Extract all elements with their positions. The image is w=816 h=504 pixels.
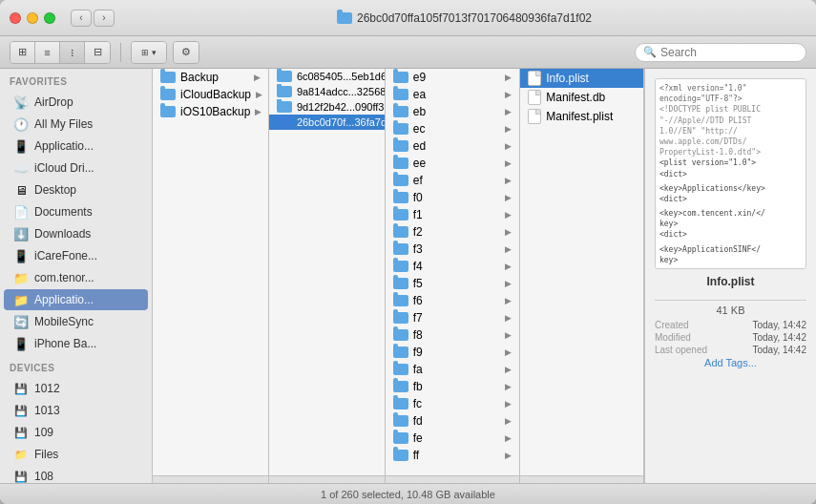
- list-item[interactable]: 9d12f2b42...090ff3136c ▶: [269, 99, 385, 115]
- list-item[interactable]: f0▶: [386, 189, 520, 206]
- sidebar-item-iphone-ba[interactable]: 📱 iPhone Ba...: [4, 333, 148, 354]
- list-item[interactable]: f3▶: [386, 241, 520, 258]
- item-label: fb: [413, 380, 423, 393]
- sidebar-item-dev-files[interactable]: 📁 Files: [4, 444, 148, 465]
- nav-buttons: ‹ ›: [71, 10, 115, 27]
- list-item[interactable]: 6c085405...5eb1d676c ▶: [269, 69, 385, 84]
- arrow-icon: ▶: [505, 262, 512, 271]
- sidebar-item-all-my-files[interactable]: 🕐 All My Files: [4, 114, 148, 135]
- arrow-icon: ▶: [505, 330, 512, 340]
- minimize-button[interactable]: [27, 12, 38, 24]
- add-tags-button[interactable]: Add Tags...: [704, 357, 757, 368]
- list-item[interactable]: f1▶: [386, 206, 520, 223]
- forward-button[interactable]: ›: [94, 10, 115, 27]
- sidebar-item-dev-109[interactable]: 💾 109: [4, 422, 148, 443]
- search-box[interactable]: 🔍: [635, 43, 806, 62]
- list-item[interactable]: ee▶: [386, 155, 520, 172]
- column-2-scrollbar[interactable]: [269, 475, 385, 483]
- sidebar-item-airdrop[interactable]: 📡 AirDrop: [4, 92, 148, 113]
- sidebar-item-dev-1013[interactable]: 💾 1013: [4, 400, 148, 421]
- sidebar-item-com-tenor[interactable]: 📁 com.tenor...: [4, 267, 148, 288]
- sidebar-item-application-selected[interactable]: 📁 Applicatio...: [4, 289, 148, 310]
- com-tenor-icon: 📁: [13, 270, 29, 285]
- iphone-ba-icon: 📱: [13, 336, 29, 351]
- title-folder-icon: [337, 12, 352, 24]
- list-item[interactable]: f8▶: [386, 326, 520, 344]
- list-item[interactable]: ed▶: [386, 137, 520, 155]
- column-4-scrollbar[interactable]: [520, 475, 643, 483]
- column-3-scrollbar[interactable]: [386, 475, 520, 483]
- list-item[interactable]: eb▶: [386, 103, 520, 120]
- list-item[interactable]: f5▶: [386, 275, 520, 292]
- sidebar-label-dev-1013: 1013: [34, 404, 60, 417]
- item-label: eb: [413, 105, 426, 118]
- meta-row-modified: Modified Today, 14:42: [655, 332, 806, 343]
- sidebar-item-dev-108[interactable]: 💾 108: [4, 466, 148, 483]
- list-item[interactable]: ea▶: [386, 86, 520, 103]
- folder-icon: [160, 89, 176, 100]
- sidebar-item-mobilesync[interactable]: 🔄 MobileSync: [4, 311, 148, 332]
- maximize-button[interactable]: [44, 12, 55, 24]
- item-label: Manifest.db: [546, 91, 605, 104]
- folder-icon: [393, 278, 408, 289]
- item-label: 26bc0d70f...36fa7d1f02: [297, 116, 385, 128]
- list-item[interactable]: f6▶: [386, 292, 520, 309]
- cover-flow-button[interactable]: ⊟: [85, 42, 110, 63]
- list-item[interactable]: Manifest.plist: [520, 107, 643, 126]
- preview-filename: Info.plist: [706, 275, 754, 288]
- list-item[interactable]: iCloudBackup ▶: [153, 86, 268, 103]
- icon-view-button[interactable]: ⊞: [10, 42, 35, 63]
- back-button[interactable]: ‹: [71, 10, 92, 27]
- list-item[interactable]: f7▶: [386, 309, 520, 326]
- action-button[interactable]: ⚙: [174, 42, 199, 63]
- sidebar-item-desktop[interactable]: 🖥 Desktop: [4, 179, 148, 200]
- folder-icon: [393, 72, 408, 83]
- list-item[interactable]: Info.plist: [520, 69, 643, 88]
- window-title: 26bc0d70ffa105f7013f701706480936fa7d1f02: [122, 11, 806, 25]
- search-input[interactable]: [660, 46, 798, 59]
- arrow-icon: ▶: [505, 227, 512, 237]
- folder-icon: [393, 329, 408, 341]
- folder-icon: [393, 398, 408, 410]
- list-item[interactable]: fe▶: [386, 430, 520, 447]
- sidebar-label-desktop: Desktop: [34, 183, 76, 197]
- sidebar-label-dev-109: 109: [34, 426, 53, 439]
- folder-icon: [393, 89, 408, 100]
- list-item[interactable]: fa▶: [386, 361, 520, 378]
- list-item[interactable]: 26bc0d70f...36fa7d1f02 ▶: [269, 115, 385, 130]
- column-1-scrollbar[interactable]: [153, 475, 268, 483]
- dev-1012-icon: 💾: [13, 381, 29, 396]
- list-item[interactable]: f2▶: [386, 223, 520, 241]
- sidebar-label-documents: Documents: [34, 205, 93, 219]
- list-item[interactable]: 9a814adcc...32568bb14 ▶: [269, 84, 385, 99]
- list-item[interactable]: ec▶: [386, 120, 520, 137]
- list-item[interactable]: Backup ▶: [153, 69, 268, 86]
- desktop-icon: 🖥: [13, 182, 29, 198]
- sidebar-item-documents[interactable]: 📄 Documents: [4, 201, 148, 222]
- list-item[interactable]: fc▶: [386, 395, 520, 412]
- item-label: f6: [413, 294, 423, 307]
- item-label: 9a814adcc...32568bb14: [297, 86, 385, 97]
- arrow-icon: ▶: [505, 433, 512, 443]
- list-item[interactable]: ef▶: [386, 172, 520, 189]
- sidebar-item-applications[interactable]: 📱 Applicatio...: [4, 136, 148, 157]
- list-item[interactable]: Manifest.db: [520, 88, 643, 107]
- close-button[interactable]: [10, 12, 21, 24]
- sidebar-item-dev-1012[interactable]: 💾 1012: [4, 378, 148, 399]
- column-3-inner: e9▶ ea▶ eb▶ ec▶ ed▶ ee▶ ef▶ f0▶ f1▶ f2▶ …: [386, 69, 520, 475]
- list-item[interactable]: f9▶: [386, 344, 520, 361]
- list-item[interactable]: fd▶: [386, 412, 520, 430]
- sidebar-item-icarefone[interactable]: 📱 iCareFone...: [4, 245, 148, 266]
- list-item[interactable]: e9▶: [386, 69, 520, 86]
- list-item[interactable]: fb▶: [386, 378, 520, 395]
- arrow-icon: ▶: [505, 158, 512, 168]
- list-item[interactable]: iOS10Backup ▶: [153, 103, 268, 120]
- sidebar-label-downloads: Downloads: [34, 227, 91, 241]
- arrange-button[interactable]: ⊞ ▾: [132, 42, 166, 63]
- list-view-button[interactable]: ≡: [35, 42, 60, 63]
- sidebar-item-downloads[interactable]: ⬇️ Downloads: [4, 223, 148, 244]
- column-view-button[interactable]: ⫶: [60, 42, 85, 63]
- list-item[interactable]: ff▶: [386, 447, 520, 464]
- list-item[interactable]: f4▶: [386, 258, 520, 275]
- sidebar-item-icloud-drive[interactable]: ☁️ iCloud Dri...: [4, 158, 148, 178]
